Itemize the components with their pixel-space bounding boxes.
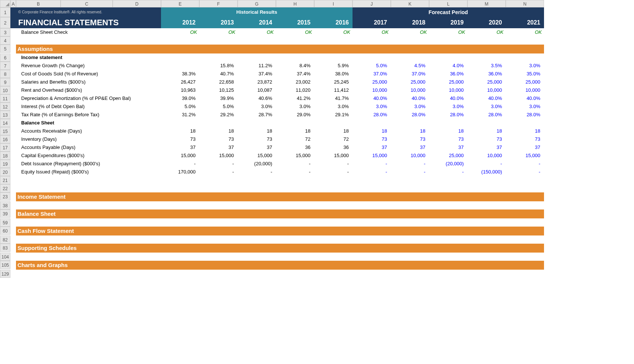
bs-check-2020[interactable]: OK — [467, 28, 506, 36]
cell[interactable]: 5.0% — [199, 103, 238, 111]
cell[interactable]: 38.0% — [314, 70, 353, 78]
cell[interactable]: 28.0% — [391, 111, 429, 119]
cell[interactable] — [10, 201, 544, 209]
cell[interactable]: 37.0% — [353, 70, 391, 78]
cell[interactable]: 25,245 — [314, 78, 353, 86]
cell[interactable] — [10, 160, 16, 168]
cell[interactable]: 25,000 — [353, 78, 391, 86]
row-header[interactable]: 60 — [0, 227, 10, 235]
cell[interactable]: 28.0% — [467, 111, 506, 119]
cell[interactable]: - — [276, 160, 314, 168]
year-2019[interactable]: 2019 — [429, 17, 467, 28]
cell[interactable] — [10, 176, 544, 184]
cell[interactable]: 35.0% — [506, 70, 544, 78]
cell[interactable] — [10, 135, 16, 143]
cell[interactable] — [10, 17, 16, 28]
cell[interactable]: 3.0% — [506, 62, 544, 70]
row-header[interactable]: 2 — [0, 17, 10, 28]
col-header-j[interactable]: J — [353, 0, 391, 7]
row-header[interactable]: 8 — [0, 70, 10, 78]
cell[interactable]: 3.0% — [467, 103, 506, 111]
col-header-f[interactable]: F — [199, 0, 238, 7]
cell[interactable]: 10,000 — [506, 86, 544, 94]
cell[interactable]: - — [391, 168, 429, 176]
cell[interactable]: - — [314, 160, 353, 168]
section-charts[interactable]: Charts and Graphs — [16, 261, 544, 270]
cell[interactable]: 10,000 — [467, 152, 506, 160]
cell[interactable] — [10, 86, 16, 94]
cell[interactable]: - — [276, 168, 314, 176]
row-header[interactable]: 1 — [0, 7, 10, 17]
cell[interactable]: 15,000 — [506, 152, 544, 160]
cell[interactable]: 73 — [238, 135, 276, 143]
year-2012[interactable]: 2012 — [161, 17, 199, 28]
cell[interactable] — [10, 253, 544, 261]
cell[interactable]: 25,000 — [429, 78, 467, 86]
col-header-m[interactable]: M — [467, 0, 506, 7]
cell[interactable]: 3.5% — [467, 62, 506, 70]
label-rev-growth[interactable]: Revenue Growth (% Change) — [16, 62, 161, 70]
cell[interactable]: 18 — [429, 127, 467, 135]
row-header[interactable]: 21 — [0, 176, 10, 184]
label-ar[interactable]: Accounts Receivable (Days) — [16, 127, 161, 135]
cell[interactable]: 37.4% — [238, 70, 276, 78]
cell[interactable] — [10, 70, 16, 78]
row-header[interactable]: 3 — [0, 28, 10, 36]
cell[interactable]: 28.0% — [429, 111, 467, 119]
cell[interactable]: 40.0% — [391, 94, 429, 103]
cell[interactable]: 31.2% — [161, 111, 199, 119]
cell[interactable]: 4.0% — [429, 62, 467, 70]
cell[interactable]: 18 — [506, 127, 544, 135]
cell[interactable]: - — [467, 160, 506, 168]
cell[interactable]: - — [391, 160, 429, 168]
income-statement-header[interactable]: Income statement — [16, 53, 161, 62]
cell[interactable]: 37 — [161, 143, 199, 152]
cell[interactable]: 73 — [506, 135, 544, 143]
col-header-g[interactable]: G — [238, 0, 276, 7]
cell[interactable] — [10, 103, 16, 111]
cell[interactable]: 37 — [199, 143, 238, 152]
row-header[interactable]: 38 — [0, 201, 10, 209]
cell[interactable] — [10, 127, 16, 135]
label-da[interactable]: Depreciation & Amortization (% of PP&E O… — [16, 94, 161, 103]
cell[interactable]: 3.0% — [353, 103, 391, 111]
cell[interactable] — [10, 7, 16, 17]
cell[interactable]: 28.0% — [353, 111, 391, 119]
cell[interactable] — [10, 53, 16, 62]
cell[interactable]: 41.2% — [276, 94, 314, 103]
cell[interactable]: 40.0% — [467, 94, 506, 103]
cell[interactable]: 25,000 — [506, 78, 544, 86]
cell[interactable] — [161, 119, 544, 127]
cell[interactable]: 29.0% — [276, 111, 314, 119]
cell[interactable]: - — [238, 168, 276, 176]
row-header[interactable]: 20 — [0, 168, 10, 176]
row-header[interactable]: 16 — [0, 135, 10, 143]
row-header[interactable]: 19 — [0, 160, 10, 168]
cell[interactable]: 73 — [161, 135, 199, 143]
col-header-n[interactable]: N — [506, 0, 544, 7]
col-header-b[interactable]: B — [16, 0, 61, 7]
cell[interactable] — [10, 168, 16, 176]
row-header[interactable]: 6 — [0, 53, 10, 62]
cell[interactable]: 18 — [161, 127, 199, 135]
cell[interactable]: 40.6% — [238, 94, 276, 103]
cell[interactable]: - — [506, 160, 544, 168]
cell[interactable] — [10, 244, 16, 252]
cell[interactable]: - — [353, 168, 391, 176]
cell[interactable]: 15,000 — [353, 152, 391, 160]
row-header[interactable]: 12 — [0, 103, 10, 111]
cell[interactable]: 40.0% — [353, 94, 391, 103]
bs-check-2018[interactable]: OK — [391, 28, 429, 36]
row-header[interactable]: 11 — [0, 94, 10, 103]
balance-sheet-subheader[interactable]: Balance Sheet — [16, 119, 161, 127]
year-2015[interactable]: 2015 — [276, 17, 314, 28]
select-all-corner[interactable] — [0, 0, 10, 7]
cell[interactable]: 8.4% — [276, 62, 314, 70]
bs-check-2014[interactable]: OK — [238, 28, 276, 36]
row-header[interactable]: 9 — [0, 78, 10, 86]
cell[interactable]: 10,087 — [238, 86, 276, 94]
cell[interactable]: 40.0% — [429, 94, 467, 103]
row-header[interactable]: 4 — [0, 36, 10, 45]
cell[interactable]: 73 — [353, 135, 391, 143]
label-interest[interactable]: Interest (% of Debt Open Bal) — [16, 103, 161, 111]
